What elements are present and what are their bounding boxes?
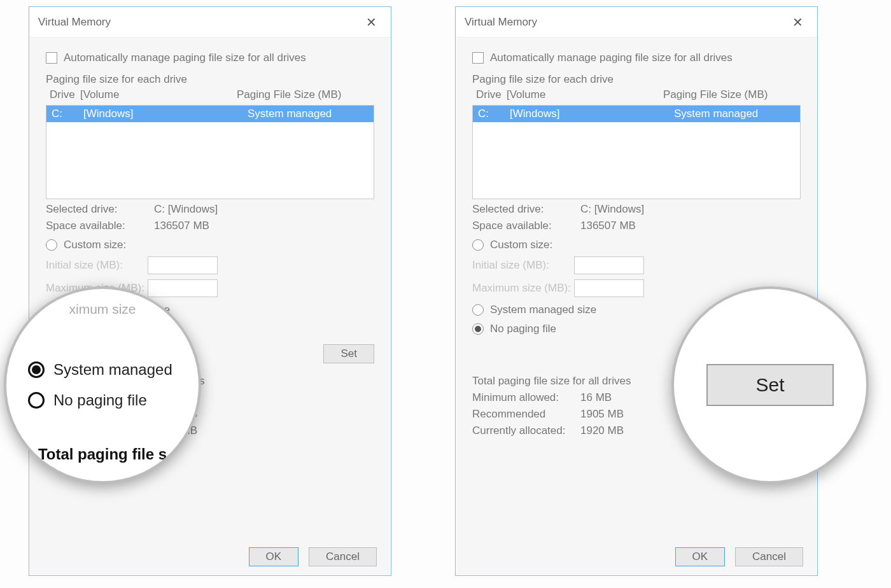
cur-label: Currently allocated: — [472, 424, 580, 437]
system-managed-label: System managed size — [490, 304, 596, 316]
custom-size-radio[interactable] — [472, 239, 484, 251]
cur-value: 1920 MB — [580, 424, 624, 437]
drive-row[interactable]: C: [Windows] System managed — [473, 106, 800, 122]
mag-system-managed-label: System managed — [53, 361, 172, 379]
selected-drive-value: C: [Windows] — [580, 203, 644, 216]
initial-label: Initial size (MB): — [46, 259, 148, 272]
close-icon[interactable]: ✕ — [787, 12, 808, 32]
section-drives-legend: Paging file size for each drive — [46, 73, 374, 86]
selected-drive-label: Selected drive: — [472, 203, 580, 216]
selected-drive-label: Selected drive: — [46, 203, 154, 216]
auto-manage-label: Automatically manage paging file size fo… — [64, 52, 306, 64]
min-label: Minimum allowed: — [472, 391, 580, 404]
drive-list[interactable]: C: [Windows] System managed — [46, 105, 374, 199]
ok-button[interactable]: OK — [675, 547, 726, 566]
col-volume: [Volume — [80, 88, 237, 101]
mag-system-managed-radio[interactable] — [28, 361, 45, 378]
drive-size: System managed — [248, 108, 368, 120]
col-drive: Drive — [476, 88, 507, 101]
mag-no-paging-radio[interactable] — [28, 392, 45, 409]
cancel-button[interactable]: Cancel — [735, 547, 803, 566]
dialog-title: Virtual Memory — [38, 16, 111, 29]
system-managed-radio[interactable] — [472, 304, 484, 316]
rec-label: Recommended — [472, 408, 580, 421]
space-value: 136507 MB — [154, 220, 209, 232]
drive-row[interactable]: C: [Windows] System managed — [46, 106, 374, 122]
space-label: Space available: — [46, 220, 154, 232]
col-size: Paging File Size (MB) — [237, 88, 370, 101]
drive-letter: C: — [478, 108, 510, 120]
no-paging-label: No paging file — [490, 323, 556, 335]
titlebar: Virtual Memory ✕ — [29, 7, 391, 38]
space-value: 136507 MB — [580, 220, 636, 232]
initial-label: Initial size (MB): — [472, 259, 574, 272]
mag-no-paging-label: No paging file — [53, 391, 147, 409]
auto-manage-checkbox[interactable] — [46, 52, 57, 64]
drive-volume: [Windows] — [83, 108, 248, 120]
magnifier-right: Set — [671, 286, 869, 484]
initial-input[interactable] — [574, 256, 644, 274]
cancel-button[interactable]: Cancel — [309, 547, 377, 566]
maximum-input[interactable] — [574, 279, 644, 297]
auto-manage-label: Automatically manage paging file size fo… — [490, 52, 733, 64]
custom-size-label: Custom size: — [64, 239, 126, 251]
titlebar: Virtual Memory ✕ — [456, 7, 817, 38]
magnifier-left: ximum size System managed No paging file… — [4, 286, 201, 484]
no-paging-radio[interactable] — [472, 323, 484, 335]
ok-button[interactable]: OK — [249, 547, 299, 566]
section-drives-legend: Paging file size for each drive — [472, 73, 801, 86]
drive-size: System managed — [674, 108, 795, 120]
col-volume: [Volume — [507, 88, 663, 101]
mag-set-button[interactable]: Set — [706, 364, 834, 406]
min-value: 16 MB — [580, 391, 612, 404]
dialog-title: Virtual Memory — [465, 16, 537, 29]
space-label: Space available: — [472, 220, 580, 232]
selected-drive-value: C: [Windows] — [154, 203, 218, 216]
drive-volume: [Windows] — [510, 108, 674, 120]
maximum-label: Maximum size (MB): — [472, 282, 574, 295]
col-size: Paging File Size (MB) — [663, 88, 797, 101]
custom-size-radio[interactable] — [46, 239, 57, 251]
custom-size-label: Custom size: — [490, 239, 552, 251]
mag-edge-bottom: Total paging file s — [38, 445, 167, 463]
maximum-input[interactable] — [148, 279, 218, 297]
set-button[interactable]: Set — [323, 344, 374, 363]
close-icon[interactable]: ✕ — [361, 12, 382, 32]
drive-letter: C: — [52, 108, 83, 120]
drive-list[interactable]: C: [Windows] System managed — [472, 105, 801, 199]
col-drive: Drive — [50, 88, 80, 101]
rec-value: 1905 MB — [580, 408, 624, 421]
initial-input[interactable] — [148, 256, 218, 274]
auto-manage-checkbox[interactable] — [472, 52, 484, 64]
